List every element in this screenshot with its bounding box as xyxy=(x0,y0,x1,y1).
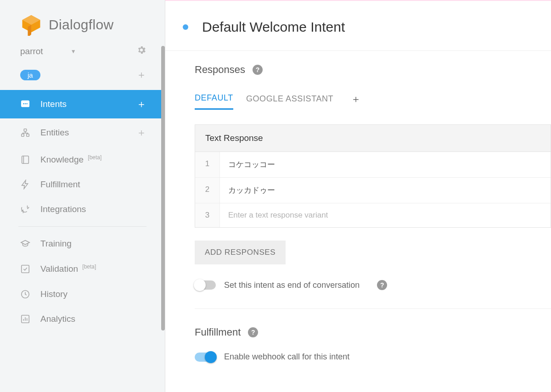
enable-webhook-label: Enable webhook call for this intent xyxy=(224,352,349,362)
add-entity-button[interactable]: ＋ xyxy=(136,126,146,140)
svg-rect-11 xyxy=(22,265,29,273)
response-value-input[interactable]: コケコッコー xyxy=(220,152,551,177)
text-response-card: Text Response 1 コケコッコー 2 カッカドゥー 3 Enter … xyxy=(195,124,551,228)
beta-badge: [beta] xyxy=(88,154,101,161)
sidebar-item-label: Integrations xyxy=(40,204,86,214)
add-language-button[interactable]: ＋ xyxy=(136,68,146,82)
intent-title[interactable]: Default Welcome Intent xyxy=(202,19,345,35)
add-responses-button[interactable]: ADD RESPONSES xyxy=(195,241,286,264)
agent-selector[interactable]: parrot ▼ xyxy=(20,46,136,56)
sidebar-item-label: Knowledge xyxy=(40,155,84,164)
sidebar-item-training[interactable]: Training xyxy=(0,231,165,256)
validation-icon xyxy=(20,264,30,274)
svg-rect-9 xyxy=(27,134,29,137)
entities-icon xyxy=(20,128,30,138)
sidebar-scrollbar[interactable] xyxy=(161,46,165,330)
fulfillment-heading-row: Fulfillment ? xyxy=(195,326,551,338)
history-icon xyxy=(20,289,30,299)
fulfillment-heading: Fulfillment xyxy=(195,326,241,338)
sidebar-item-label: Validation xyxy=(40,264,78,274)
main-panel: Default Welcome Intent Responses ? DEFAU… xyxy=(165,0,551,392)
sidebar-item-history[interactable]: History xyxy=(0,282,165,307)
sidebar-item-label: Entities xyxy=(40,128,69,138)
svg-rect-7 xyxy=(24,129,27,132)
beta-badge: [beta] xyxy=(82,263,96,270)
response-value-input[interactable]: カッカドゥー xyxy=(220,178,551,203)
analytics-icon xyxy=(20,314,30,324)
chevron-down-icon: ▼ xyxy=(71,48,76,55)
sidebar-item-validation[interactable]: Validation [beta] xyxy=(0,256,165,281)
response-index: 1 xyxy=(195,152,220,177)
svg-point-4 xyxy=(23,103,24,105)
sidebar-item-entities[interactable]: Entities ＋ xyxy=(0,118,165,147)
training-icon xyxy=(20,239,30,249)
sidebar-item-label: Training xyxy=(40,239,72,249)
response-index: 2 xyxy=(195,178,220,203)
sidebar-item-intents[interactable]: Intents ＋ xyxy=(0,90,165,118)
brand-row: Dialogflow xyxy=(0,0,165,45)
enable-webhook-row: Enable webhook call for this intent xyxy=(195,352,551,362)
sidebar-item-integrations[interactable]: Integrations xyxy=(0,197,165,222)
knowledge-icon xyxy=(20,155,30,165)
intent-title-row: Default Welcome Intent xyxy=(165,1,551,51)
sidebar: Dialogflow parrot ▼ ja ＋ Intents xyxy=(0,0,165,392)
language-row: ja ＋ xyxy=(0,63,165,90)
response-row: 1 コケコッコー xyxy=(195,152,551,178)
help-icon[interactable]: ? xyxy=(253,65,263,75)
svg-rect-8 xyxy=(22,134,24,137)
agent-name-label: parrot xyxy=(20,46,43,56)
tab-google-assistant[interactable]: GOOGLE ASSISTANT xyxy=(246,94,333,109)
dialogflow-logo-icon xyxy=(20,14,42,36)
end-of-conversation-toggle[interactable] xyxy=(195,280,216,290)
responses-heading-row: Responses ? xyxy=(195,64,551,76)
sidebar-item-fulfillment[interactable]: Fulfillment xyxy=(0,172,165,197)
add-intent-button[interactable]: ＋ xyxy=(136,97,146,111)
sidebar-nav: Intents ＋ Entities ＋ xyxy=(0,90,165,331)
brand-name: Dialogflow xyxy=(49,17,113,33)
sidebar-item-analytics[interactable]: Analytics xyxy=(0,307,165,331)
svg-rect-10 xyxy=(22,156,29,163)
text-response-heading: Text Response xyxy=(195,125,551,152)
nav-separator xyxy=(18,226,146,227)
end-of-conversation-row: Set this intent as end of conversation ? xyxy=(195,280,551,309)
sidebar-item-label: Fulfillment xyxy=(40,179,80,190)
svg-point-6 xyxy=(26,103,28,105)
end-of-conversation-label: Set this intent as end of conversation xyxy=(224,280,360,290)
intents-icon xyxy=(20,99,30,109)
fulfillment-icon xyxy=(20,179,30,190)
response-tabs: DEFAULT GOOGLE ASSISTANT ＋ xyxy=(195,92,551,111)
tab-default[interactable]: DEFAULT xyxy=(195,93,233,110)
gear-icon[interactable] xyxy=(136,45,146,58)
response-index: 3 xyxy=(195,203,220,227)
enable-webhook-toggle[interactable] xyxy=(195,353,216,362)
sidebar-item-label: Analytics xyxy=(40,314,75,324)
response-row: 2 カッカドゥー xyxy=(195,178,551,203)
help-icon[interactable]: ? xyxy=(377,280,387,290)
agent-selector-row: parrot ▼ xyxy=(0,45,165,63)
sidebar-item-knowledge[interactable]: Knowledge [beta] xyxy=(0,147,165,172)
response-placeholder-input[interactable]: Enter a text response variant xyxy=(220,203,551,227)
integrations-icon xyxy=(20,204,30,214)
svg-point-5 xyxy=(25,103,26,105)
help-icon[interactable]: ? xyxy=(248,327,258,337)
responses-heading: Responses xyxy=(195,64,245,76)
response-row: 3 Enter a text response variant xyxy=(195,203,551,227)
responses-section: Responses ? DEFAULT GOOGLE ASSISTANT ＋ T… xyxy=(165,51,551,362)
language-chip[interactable]: ja xyxy=(20,70,40,80)
sidebar-item-label: History xyxy=(40,289,67,299)
sidebar-item-label: Intents xyxy=(40,99,67,109)
status-dot-icon xyxy=(183,24,188,30)
add-response-tab-button[interactable]: ＋ xyxy=(351,92,361,111)
